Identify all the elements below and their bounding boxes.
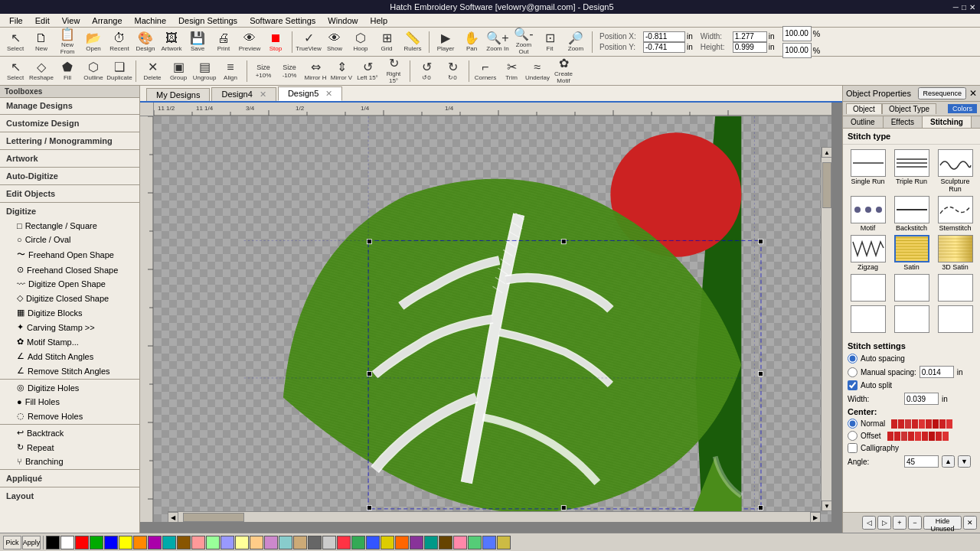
sidebar-item-digitize-holes[interactable]: ◎ Digitize Holes [0, 380, 139, 395]
rp-btn-2[interactable]: ▷ [877, 516, 891, 530]
stitch-option-5[interactable] [891, 274, 932, 302]
sidebar-item-backtrack[interactable]: ↩ Backtrack [0, 425, 139, 440]
size-minus-btn[interactable]: Size-10% [277, 59, 302, 83]
print-btn[interactable]: 🖨Print [211, 30, 236, 54]
create-motif-btn[interactable]: ✿Create Motif [551, 59, 576, 83]
scroll-down-btn[interactable]: ▼ [822, 500, 831, 511]
palette-color-2[interactable] [60, 536, 74, 549]
scroll-left-btn[interactable]: ◀ [168, 512, 178, 522]
sidebar-item-carving-stamp[interactable]: ✦ Carving Stamp >> [0, 320, 139, 334]
recent-btn[interactable]: ⏱Recent [107, 30, 132, 54]
sidebar-item-fill-holes[interactable]: ● Fill Holes [0, 395, 139, 409]
minimize-btn[interactable]: ─ [953, 3, 959, 11]
angle-up-btn[interactable]: ▲ [942, 455, 955, 468]
auto-split-checkbox[interactable] [848, 380, 858, 390]
palette-color-31[interactable] [482, 536, 496, 549]
manual-spacing-radio[interactable] [848, 367, 858, 377]
tab-effects[interactable]: Effects [884, 116, 923, 128]
scroll-up-btn[interactable]: ▲ [822, 147, 831, 158]
resequence-btn[interactable]: Resequence [918, 87, 966, 99]
close-tab-design4[interactable]: ✕ [260, 90, 266, 99]
zoom-in-btn[interactable]: 🔍+Zoom In [485, 30, 510, 54]
tab-outline[interactable]: Outline [843, 116, 884, 128]
offset-radio[interactable] [848, 431, 858, 441]
align-btn[interactable]: ≡Align [218, 59, 243, 83]
sidebar-item-add-stitch-angles[interactable]: ∠ Add Stitch Angles [0, 349, 139, 364]
maximize-btn[interactable]: □ [962, 3, 966, 11]
scroll-thumb-h[interactable] [183, 513, 244, 522]
sidebar-item-motif-stamp[interactable]: ✿ Motif Stamp... [0, 334, 139, 349]
size-plus-btn[interactable]: Size+10% [251, 59, 276, 83]
sidebar-item-artwork[interactable]: Artwork [0, 151, 139, 166]
palette-color-7[interactable] [133, 536, 147, 549]
sidebar-item-digitize-closed[interactable]: ◇ Digitize Closed Shape [0, 291, 139, 305]
sidebar-item-digitize-open[interactable]: 〰 Digitize Open Shape [0, 277, 139, 291]
trueview-btn[interactable]: ✓TrueView [296, 30, 321, 54]
palette-color-4[interactable] [90, 536, 103, 549]
palette-color-13[interactable] [220, 536, 234, 549]
spacing-value-input[interactable] [920, 366, 954, 378]
zoom-btn[interactable]: 🔎Zoom [564, 30, 588, 54]
left-panel-scroll[interactable]: Manage Designs Customize Design Letterin… [0, 98, 139, 533]
palette-color-3[interactable] [75, 536, 89, 549]
palette-color-16[interactable] [264, 536, 278, 549]
colors-btn[interactable]: Colors [948, 104, 977, 113]
rp-btn-1[interactable]: ◁ [862, 516, 876, 530]
palette-color-20[interactable] [322, 536, 336, 549]
fit-btn[interactable]: ⊡Fit [537, 30, 562, 54]
sidebar-item-digitize[interactable]: Digitize [0, 204, 139, 219]
duplicate-btn[interactable]: ❑Duplicate [107, 59, 132, 83]
pan-btn[interactable]: ✋Pan [459, 30, 484, 54]
mirror-v-btn[interactable]: ⇕Mirror V [329, 59, 354, 83]
sidebar-item-digitize-blocks[interactable]: ▦ Digitize Blocks [0, 305, 139, 320]
stitch-option-8[interactable] [891, 305, 932, 334]
palette-color-6[interactable] [119, 536, 132, 549]
palette-color-8[interactable] [148, 536, 162, 549]
stitch-stemstitch[interactable]: Stemstitch [935, 196, 975, 232]
sidebar-item-rectangle[interactable]: □ Rectangle / Square [0, 219, 139, 233]
palette-color-25[interactable] [395, 536, 409, 549]
palette-color-14[interactable] [235, 536, 249, 549]
tab-design4[interactable]: Design4 ✕ [211, 87, 276, 101]
stitch-option-7[interactable] [848, 305, 888, 334]
palette-color-9[interactable] [162, 536, 176, 549]
player-btn[interactable]: ▶Player [433, 30, 458, 54]
artwork-btn[interactable]: 🖼Artwork [159, 30, 184, 54]
position-x-input[interactable] [643, 31, 685, 42]
menu-arrange[interactable]: Arrange [86, 15, 128, 26]
zoom-out-btn[interactable]: 🔍-Zoom Out [511, 30, 536, 54]
stitch-satin[interactable]: Satin [891, 235, 932, 271]
sidebar-item-layout[interactable]: Layout [0, 488, 139, 504]
angle-ccw-btn[interactable]: ↺↺0 [414, 59, 439, 83]
grid-btn[interactable]: ⊞Grid [374, 30, 399, 54]
stitch-option-4[interactable] [848, 274, 888, 302]
palette-color-29[interactable] [453, 536, 467, 549]
palette-color-17[interactable] [279, 536, 292, 549]
width-input[interactable] [733, 31, 767, 42]
hoop-btn[interactable]: ⬡Hoop [348, 30, 373, 54]
sidebar-item-remove-stitch-angles[interactable]: ∠ Remove Stitch Angles [0, 364, 139, 378]
scroll-thumb-v[interactable] [822, 162, 831, 208]
sidebar-item-freehand-open[interactable]: 〜 Freehand Open Shape [0, 246, 139, 262]
close-btn[interactable]: ✕ [969, 3, 975, 11]
palette-color-5[interactable] [104, 536, 118, 549]
scale-x-input[interactable] [782, 26, 812, 41]
delete-btn[interactable]: ✕Delete [140, 59, 165, 83]
select-btn2[interactable]: ↖Select [3, 59, 28, 83]
scroll-right-btn[interactable]: ▶ [810, 512, 821, 522]
rp-btn-hide-unused[interactable]: Hide Unused [923, 516, 962, 530]
menu-help[interactable]: Help [364, 15, 394, 26]
scale-y-input[interactable] [782, 43, 812, 58]
group-btn[interactable]: ▣Group [166, 59, 191, 83]
stitch-3d-satin[interactable]: 3D Satin [935, 235, 975, 271]
stitch-sculpture-run[interactable]: Sculpture Run [935, 149, 975, 193]
sidebar-item-manage-designs[interactable]: Manage Designs [0, 98, 139, 113]
tab-my-designs[interactable]: My Designs [146, 88, 210, 101]
stop-btn[interactable]: ⏹Stop [263, 30, 288, 54]
outline-btn[interactable]: ⬡Outline [81, 59, 106, 83]
tab-object-type[interactable]: Object Type [882, 103, 936, 114]
right15-btn[interactable]: ↻Right 15° [381, 59, 406, 83]
menu-view[interactable]: View [56, 15, 87, 26]
menu-design-settings[interactable]: Design Settings [172, 15, 243, 26]
palette-color-32[interactable] [497, 536, 511, 549]
